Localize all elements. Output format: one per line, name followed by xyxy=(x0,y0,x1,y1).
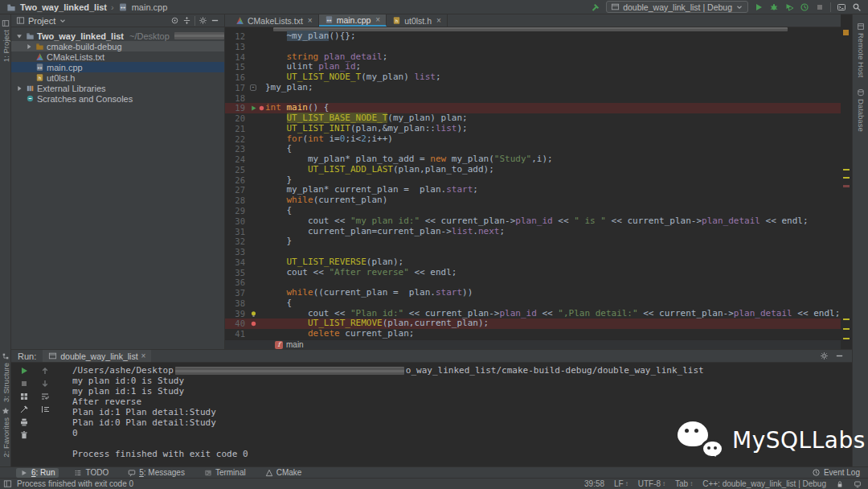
stop-process-button[interactable] xyxy=(19,379,29,388)
tree-item-ut0lst.h[interactable]: hut0lst.h xyxy=(11,72,224,83)
tool-button-1-project[interactable]: 1: Project xyxy=(0,19,11,62)
highlighting-level-widget[interactable] xyxy=(854,480,862,488)
code-line-41[interactable]: 41 delete current_plan; xyxy=(225,329,841,339)
collapse-all-button[interactable] xyxy=(182,16,191,25)
run-button[interactable] xyxy=(754,2,764,12)
profiler-button[interactable] xyxy=(800,2,809,12)
breakpoint-icon[interactable] xyxy=(258,105,265,112)
hide-panel-button[interactable] xyxy=(211,16,219,25)
print-button[interactable] xyxy=(19,417,29,427)
tree-item-Two_way_linked_list[interactable]: Two_way_linked_list~/Desktop xyxy=(11,31,224,41)
run-configuration-select[interactable]: double_way_link_list | Debug xyxy=(606,1,748,13)
down-stack-trace-button[interactable] xyxy=(40,379,50,388)
breakpoint-marker[interactable] xyxy=(843,185,850,187)
toolwindow-tab-terminal[interactable]: Terminal xyxy=(200,468,250,478)
run-toolbar-primary xyxy=(19,366,29,440)
build-button[interactable] xyxy=(591,2,600,12)
panel-settings-button[interactable] xyxy=(199,16,207,25)
tool-button-remote-host[interactable]: Remote Host xyxy=(853,23,868,77)
gutter-icons xyxy=(249,195,265,206)
editor-tab-main.cpp[interactable]: ++main.cpp× xyxy=(319,14,387,27)
breakpoint-icon[interactable] xyxy=(250,320,257,327)
code-line-12[interactable]: 12 ~my_plan(){}; xyxy=(225,31,841,42)
rerun-button[interactable] xyxy=(19,366,29,376)
breadcrumb-function[interactable]: main xyxy=(286,340,304,349)
code-line-35[interactable]: 35 cout << "After reverse" << endl; xyxy=(225,268,841,278)
status-widget-1[interactable]: LF↕ xyxy=(614,479,628,488)
code-line-32[interactable]: 32 } xyxy=(225,236,841,247)
run-line-icon[interactable] xyxy=(250,105,257,112)
restore-layout-button[interactable] xyxy=(19,392,29,401)
stop-button[interactable] xyxy=(815,2,825,12)
code-line-17[interactable]: 17-}my_plan; xyxy=(225,83,841,93)
project-view-dropdown[interactable]: Project xyxy=(28,16,55,26)
scroll-to-end-button[interactable] xyxy=(40,405,50,414)
chevron-down-icon[interactable] xyxy=(59,17,67,25)
chevron-right-icon[interactable] xyxy=(25,43,33,51)
tree-arrow-slot xyxy=(14,84,23,92)
lock-widget[interactable] xyxy=(836,480,844,488)
code-line-22[interactable]: 22 for(int i=0;i<2;i++) xyxy=(225,134,841,145)
tool-button-database[interactable]: Database xyxy=(853,88,868,132)
warning-marker[interactable] xyxy=(843,328,850,330)
tree-item-Scratches and Consoles[interactable]: Scratches and Consoles xyxy=(11,93,224,104)
warning-marker[interactable] xyxy=(843,177,850,179)
warning-marker[interactable] xyxy=(843,169,850,171)
chevron-right-icon[interactable] xyxy=(15,84,23,92)
locate-file-button[interactable] xyxy=(170,16,179,25)
tree-item-cmake-build-debug[interactable]: cmake-build-debug xyxy=(11,41,224,51)
editor-tab-ut0lst.h[interactable]: hut0lst.h× xyxy=(387,14,448,27)
debug-button[interactable] xyxy=(769,2,779,12)
run-console-tab[interactable]: double_way_link_list × xyxy=(43,350,151,362)
console-button[interactable] xyxy=(837,2,846,12)
gutter-icons xyxy=(249,103,265,113)
cpp-file-icon: ++ xyxy=(35,63,44,72)
close-icon[interactable]: × xyxy=(141,351,146,360)
close-icon[interactable]: × xyxy=(436,16,441,25)
editor-body[interactable]: 12 ~my_plan(){};1314 string plan_detail;… xyxy=(225,27,841,339)
editor-error-stripe[interactable] xyxy=(841,27,852,348)
toolwindow-tab-messages[interactable]: 5: Messages xyxy=(124,468,189,478)
status-widget-0[interactable]: 39:58 xyxy=(584,479,604,488)
toggle-tool-buttons-icon[interactable] xyxy=(3,479,12,488)
code-line-37[interactable]: 37 while((current_plan = plan.start)) xyxy=(225,288,841,298)
tree-item-main.cpp[interactable]: ++main.cpp xyxy=(11,62,224,72)
inspection-status-marker[interactable] xyxy=(843,30,849,35)
hide-run-panel-button[interactable] xyxy=(835,351,844,360)
status-widget-4[interactable]: C++: double_way_link_list | Debug xyxy=(702,479,826,488)
search-everywhere-button[interactable] xyxy=(852,2,862,12)
event-log-button[interactable]: Event Log xyxy=(812,468,860,477)
status-widget-2[interactable]: UTF-8↕ xyxy=(638,479,665,488)
up-stack-trace-button[interactable] xyxy=(40,366,50,376)
warning-marker[interactable] xyxy=(843,338,850,339)
gutter-icons xyxy=(249,144,265,154)
soft-wrap-button[interactable] xyxy=(40,392,50,401)
run-settings-button[interactable] xyxy=(820,351,829,360)
tool-button-2-favorites[interactable]: 2: Favorites xyxy=(0,407,11,458)
chevron-down-icon[interactable] xyxy=(15,32,23,40)
folder-orange-icon xyxy=(35,42,44,51)
window-title-file: main.cpp xyxy=(132,2,168,12)
toolwindow-tab-run[interactable]: 6: Run xyxy=(16,468,59,478)
code-line-25[interactable]: 25 UT_LIST_ADD_LAST(plan,plan_to_add); xyxy=(225,165,841,175)
coverage-button[interactable] xyxy=(784,2,794,12)
tree-item-External Libraries[interactable]: External Libraries xyxy=(11,83,224,93)
code-line-28[interactable]: 28 while(current_plan) xyxy=(225,195,841,206)
tree-item-CMakeLists.txt[interactable]: CMakeLists.txt xyxy=(11,51,224,62)
code-line-31[interactable]: 31 current_plan=current_plan->list.next; xyxy=(225,227,841,237)
warning-marker[interactable] xyxy=(843,318,850,320)
toolwindow-tab-todo[interactable]: TODO xyxy=(70,468,113,478)
close-icon[interactable]: × xyxy=(308,16,313,25)
console-line: my plan id:0 is Study xyxy=(72,376,849,386)
toolwindow-tab-cmake[interactable]: CMake xyxy=(261,468,306,478)
code-line-16[interactable]: 16 UT_LIST_NODE_T(my_plan) list; xyxy=(225,72,841,83)
tool-button-3-structure[interactable]: 3: Structure xyxy=(0,352,11,402)
intention-bulb-icon[interactable] xyxy=(250,310,257,318)
pin-tab-button[interactable] xyxy=(19,405,29,414)
status-widget-3[interactable]: Tab↕ xyxy=(675,479,693,488)
close-icon[interactable]: × xyxy=(375,15,380,24)
fold-icon[interactable]: - xyxy=(250,84,256,91)
editor-tab-CMakeLists.txt[interactable]: CMakeLists.txt× xyxy=(230,14,319,27)
clear-console-button[interactable] xyxy=(19,430,29,440)
h-file-icon: h xyxy=(392,16,401,25)
